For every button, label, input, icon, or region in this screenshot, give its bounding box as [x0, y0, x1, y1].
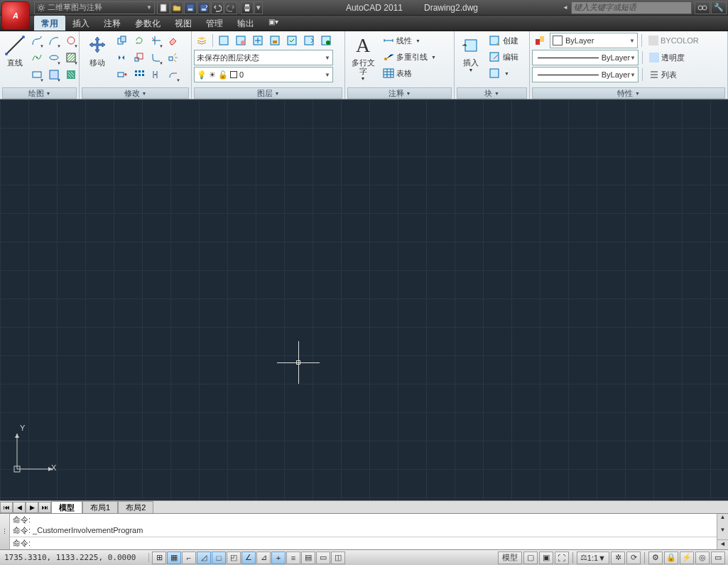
lineweight-dropdown[interactable]: ByLayer▼	[532, 50, 639, 65]
tab-parametric[interactable]: 参数化	[128, 16, 168, 31]
arc-button[interactable]: ▼	[46, 33, 62, 48]
isolate-objects-button[interactable]: ◎	[695, 551, 710, 564]
qat-open-button[interactable]	[170, 1, 183, 14]
transparency-button[interactable]: 透明度	[646, 50, 688, 65]
dyn-input-button[interactable]: +	[271, 551, 286, 564]
explode-button[interactable]	[165, 50, 181, 65]
toolbar-lock-button[interactable]: 🔒	[664, 551, 678, 564]
maximize-viewport-button[interactable]: ⛶	[555, 551, 569, 564]
panel-title-draw[interactable]: 绘图▼	[2, 87, 77, 99]
create-block-button[interactable]: 创建	[487, 33, 521, 48]
qat-customize-button[interactable]: ▾	[254, 1, 263, 14]
mtext-button[interactable]: A 多行文字 ▼	[347, 33, 379, 82]
insert-block-button[interactable]: 插入 ▼	[457, 33, 485, 74]
tab-nav-first[interactable]: ⏮	[0, 502, 13, 513]
annotation-autoscale-button[interactable]: ⟳	[626, 551, 641, 564]
help-button[interactable]: 🔧	[711, 1, 727, 14]
snap-mode-button[interactable]: ⊞	[152, 551, 166, 564]
offset-button[interactable]	[148, 67, 164, 82]
color-dropdown[interactable]: ByLayer▼	[550, 33, 638, 48]
qprops-button[interactable]: ▭	[316, 551, 330, 564]
tab-insert[interactable]: 插入	[65, 16, 97, 31]
rotate-button[interactable]	[131, 33, 147, 48]
tab-annotate[interactable]: 注释	[97, 16, 128, 31]
panel-title-properties[interactable]: 特性▼	[532, 87, 725, 99]
layer-make-current-button[interactable]	[284, 33, 300, 48]
sheet-tab-layout1[interactable]: 布局1	[82, 501, 118, 514]
mirror-button[interactable]	[114, 50, 130, 65]
array-button[interactable]	[131, 67, 147, 82]
qat-redo-button[interactable]	[224, 1, 237, 14]
tab-manage[interactable]: 管理	[199, 16, 230, 31]
selection-cycling-button[interactable]: ◫	[331, 551, 345, 564]
table-button[interactable]: 表格	[380, 65, 439, 81]
quickview-layouts-button[interactable]: ▢	[523, 551, 538, 564]
qat-saveas-button[interactable]	[197, 1, 210, 14]
panel-title-layers[interactable]: 图层▼	[194, 87, 342, 99]
layer-isolate-button[interactable]	[233, 33, 249, 48]
ortho-mode-button[interactable]: ⌐	[182, 551, 196, 564]
model-space-button[interactable]: 模型	[498, 551, 522, 564]
command-input[interactable]: 命令:	[10, 537, 717, 549]
edit-block-button[interactable]: 编辑	[487, 49, 521, 65]
cmd-expand[interactable]: ◄	[717, 539, 728, 549]
qat-undo-button[interactable]	[211, 1, 224, 14]
tab-nav-next[interactable]: ▶	[26, 502, 38, 513]
qat-save-button[interactable]	[184, 1, 197, 14]
ducs-button[interactable]: ⊿	[256, 551, 271, 564]
clean-screen-button[interactable]: ▭	[711, 551, 725, 564]
hatch-button[interactable]: ▼	[63, 50, 79, 65]
app-menu-button[interactable]: A	[1, 1, 30, 30]
polar-mode-button[interactable]: ◿	[197, 551, 211, 564]
mleader-button[interactable]: 多重引线▼	[380, 49, 439, 65]
trim-button[interactable]: ▼	[148, 33, 164, 48]
layer-match-button[interactable]	[301, 33, 317, 48]
linear-dim-button[interactable]: 线性▼	[380, 33, 439, 48]
layer-off-button[interactable]	[216, 33, 232, 48]
workspace-switching-button[interactable]: ⚙	[648, 551, 663, 564]
cmd-scroll-up[interactable]: ▲	[717, 514, 728, 527]
line-button[interactable]: 直线	[2, 33, 28, 68]
annotation-scale-button[interactable]: ⚖1:1▼	[577, 551, 609, 564]
workspace-dropdown[interactable]: 二维草图与注释 ▼	[34, 1, 155, 14]
quickview-drawings-button[interactable]: ▣	[539, 551, 553, 564]
fillet-button[interactable]: ▼	[148, 50, 164, 65]
ellipse-button[interactable]: ▼	[46, 50, 62, 65]
drawing-canvas[interactable]: X Y	[0, 99, 728, 500]
qat-print-button[interactable]	[241, 1, 254, 14]
panel-title-annotation[interactable]: 注释▼	[347, 87, 452, 99]
command-handle[interactable]: ⋮	[0, 514, 10, 549]
scale-button[interactable]	[131, 50, 147, 65]
infocenter-button[interactable]	[695, 1, 710, 14]
tab-output[interactable]: 输出	[230, 16, 261, 31]
match-properties-button[interactable]	[532, 33, 548, 48]
layer-freeze-button[interactable]	[250, 33, 266, 48]
osnap-button[interactable]: □	[212, 551, 226, 564]
bycolor-button[interactable]: BYCOLOR	[646, 33, 702, 48]
tab-view[interactable]: 视图	[168, 16, 199, 31]
join-button[interactable]: ▼	[165, 67, 181, 82]
move-button[interactable]: 移动	[82, 33, 113, 68]
hardware-accel-button[interactable]: ⚡	[680, 551, 694, 564]
list-button[interactable]: 列表	[646, 67, 680, 82]
stretch-button[interactable]	[114, 67, 130, 82]
layer-properties-button[interactable]	[194, 33, 210, 48]
layer-previous-button[interactable]	[318, 33, 334, 48]
qat-new-button[interactable]	[157, 1, 170, 14]
sheet-tab-layout2[interactable]: 布局2	[118, 501, 153, 514]
tab-expand-button[interactable]: ▣▾	[261, 16, 276, 31]
polyline-button[interactable]: ▼	[29, 33, 45, 48]
tab-home[interactable]: 常用	[34, 16, 65, 31]
block-attr-button[interactable]: ▼	[487, 65, 521, 81]
sheet-tab-model[interactable]: 模型	[51, 501, 82, 514]
layer-current-dropdown[interactable]: 💡 ☀ 🔓 0 ▼	[194, 67, 333, 82]
layer-lock-button[interactable]	[267, 33, 283, 48]
annotation-visibility-button[interactable]: ✲	[611, 551, 625, 564]
copy-button[interactable]	[114, 33, 130, 48]
layer-state-dropdown[interactable]: 未保存的图层状态 ▼	[194, 50, 333, 65]
transparency-btn[interactable]: ▤	[301, 551, 315, 564]
search-collapse-icon[interactable]: ◄	[561, 4, 570, 11]
panel-title-block[interactable]: 块▼	[457, 87, 527, 99]
otrack-button[interactable]: ∠	[241, 551, 256, 564]
tab-nav-prev[interactable]: ◀	[13, 502, 26, 513]
